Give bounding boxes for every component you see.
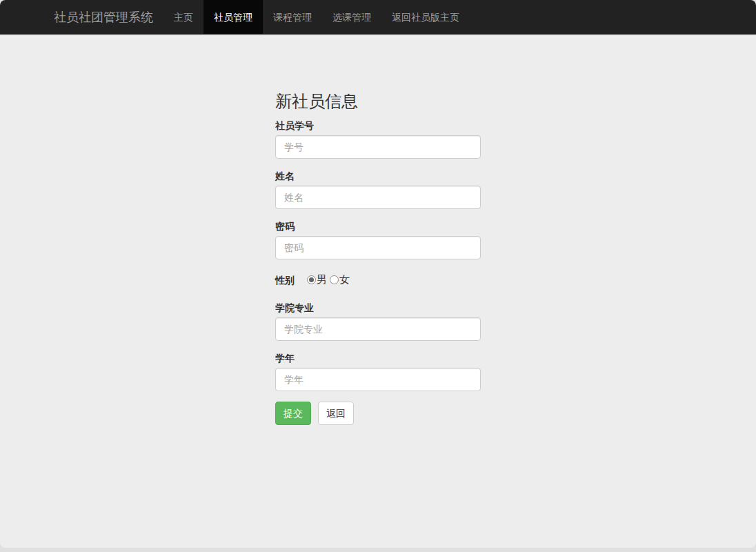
brand-title[interactable]: 社员社团管理系统	[43, 0, 163, 34]
gender-female-label: 女	[339, 273, 350, 286]
password-group: 密码	[275, 219, 481, 259]
college-major-label: 学院专业	[275, 301, 481, 315]
nav-item: 社员管理	[203, 0, 263, 34]
student-id-label: 社员学号	[275, 119, 481, 132]
radio-female-icon[interactable]	[330, 275, 339, 284]
gender-group: 性别 男 女	[275, 270, 481, 290]
main-content: 新社员信息 社员学号 姓名 密码 性别 男	[0, 34, 756, 425]
school-year-group: 学年	[275, 351, 481, 391]
nav-item: 课程管理	[263, 0, 322, 34]
main-nav: 主页 社员管理 课程管理 选课管理 返回社员版主页	[163, 0, 470, 34]
submit-button[interactable]: 提交	[275, 402, 311, 425]
name-input[interactable]	[275, 186, 481, 209]
nav-back-member-home[interactable]: 返回社员版主页	[381, 0, 470, 34]
nav-member-management[interactable]: 社员管理	[203, 0, 263, 34]
nav-enrollment-management[interactable]: 选课管理	[322, 0, 381, 34]
gender-male-radio[interactable]: 男	[307, 273, 327, 286]
top-navbar: 社员社团管理系统 主页 社员管理 课程管理 选课管理 返回社员版主页	[0, 0, 756, 34]
password-label: 密码	[275, 219, 481, 233]
back-button[interactable]: 返回	[318, 402, 354, 425]
gender-female-radio[interactable]: 女	[330, 273, 350, 286]
school-year-label: 学年	[275, 351, 481, 365]
student-id-group: 社员学号	[275, 119, 481, 159]
nav-item: 主页	[163, 0, 203, 34]
nav-home[interactable]: 主页	[163, 0, 203, 34]
college-major-group: 学院专业	[275, 301, 481, 341]
form-actions: 提交 返回	[275, 402, 481, 425]
nav-item: 选课管理	[322, 0, 381, 34]
radio-male-icon[interactable]	[307, 275, 316, 284]
password-input[interactable]	[275, 236, 481, 259]
college-major-input[interactable]	[275, 317, 481, 341]
name-label: 姓名	[275, 169, 481, 183]
new-member-form: 新社员信息 社员学号 姓名 密码 性别 男	[275, 34, 481, 425]
nav-item: 返回社员版主页	[381, 0, 470, 34]
navbar-container: 社员社团管理系统 主页 社员管理 课程管理 选课管理 返回社员版主页	[43, 0, 713, 34]
page: 社员社团管理系统 主页 社员管理 课程管理 选课管理 返回社员版主页	[0, 0, 756, 548]
student-id-input[interactable]	[275, 135, 481, 159]
nav-course-management[interactable]: 课程管理	[263, 0, 322, 34]
gender-label: 性别	[275, 273, 295, 287]
name-group: 姓名	[275, 169, 481, 209]
gender-male-label: 男	[317, 273, 327, 286]
school-year-input[interactable]	[275, 368, 481, 391]
form-title: 新社员信息	[275, 90, 481, 113]
